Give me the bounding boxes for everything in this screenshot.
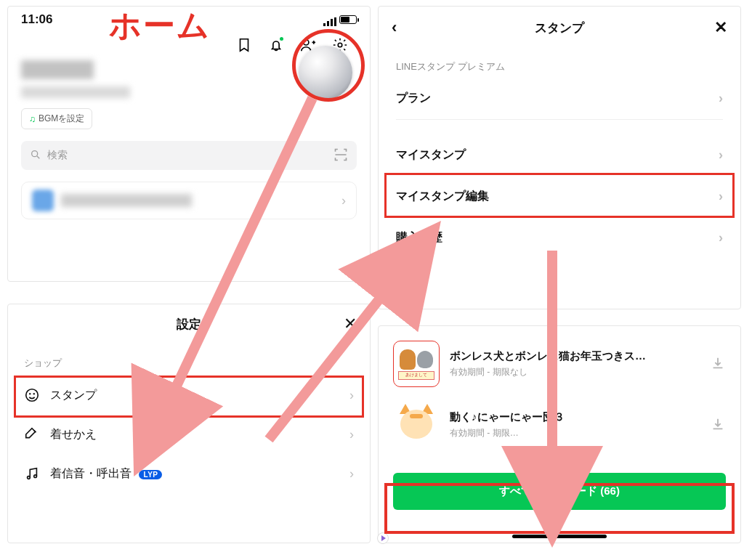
- settings-row-stamp[interactable]: スタンプ ›: [8, 376, 370, 415]
- row-plan-label: プラン: [396, 91, 431, 106]
- sticker-title: スタンプ: [535, 20, 584, 36]
- sticker-thumb-1: あけまして: [393, 341, 440, 387]
- svg-rect-3: [334, 17, 336, 26]
- sticker-settings-panel: ‹ スタンプ ✕ LINEスタンプ プレミアム プラン › マイスタンプ › マ…: [378, 6, 741, 309]
- close-icon[interactable]: ✕: [714, 18, 727, 37]
- row-my-stamps[interactable]: マイスタンプ ›: [379, 134, 740, 176]
- svg-point-6: [32, 150, 38, 156]
- qr-scan-icon[interactable]: [333, 147, 348, 164]
- svg-rect-2: [331, 19, 333, 26]
- clock-label: 11:06: [21, 12, 52, 27]
- download-all-button[interactable]: すべてダウンロード (66): [393, 473, 726, 510]
- chevron-right-icon: ›: [341, 193, 346, 208]
- download-item-2[interactable]: 動く♪にゃーにゃー団３ 有効期間 - 期限…: [379, 394, 740, 455]
- search-icon: [30, 149, 41, 163]
- settings-panel: 設定 ✕ ショップ スタンプ › 着せかえ ›: [7, 304, 371, 543]
- row-my-stamps-label: マイスタンプ: [396, 147, 466, 163]
- download-icon[interactable]: [710, 355, 726, 373]
- bell-icon[interactable]: [268, 37, 284, 53]
- close-icon[interactable]: ✕: [344, 315, 357, 333]
- download-panel: あけまして ボンレス犬とボンレス猫お年玉つきス… 有効期間 - 期限なし 動く♪…: [378, 325, 741, 543]
- chevron-right-icon: ›: [719, 91, 723, 106]
- chevron-right-icon: ›: [349, 466, 354, 482]
- chevron-right-icon: ›: [719, 189, 723, 204]
- smiley-icon: [24, 387, 40, 403]
- download-item-1[interactable]: あけまして ボンレス犬とボンレス猫お年玉つきス… 有効期間 - 期限なし: [379, 333, 740, 394]
- bgm-chip[interactable]: ♫ BGMを設定: [21, 108, 92, 129]
- settings-row-ringtone[interactable]: 着信音・呼出音 LYP ›: [8, 454, 370, 493]
- download-all-label: すべてダウンロード (66): [499, 484, 620, 497]
- status-icons: [323, 15, 357, 24]
- profile-status-redacted: [21, 86, 130, 98]
- settings-row-theme[interactable]: 着せかえ ›: [8, 415, 370, 454]
- download-item-2-subtitle: 有効期間 - 期限…: [450, 427, 700, 439]
- sticker-header: ‹ スタンプ ✕: [379, 7, 740, 49]
- rec-thumb-redacted: [32, 190, 54, 211]
- svg-point-7: [26, 389, 39, 402]
- svg-rect-0: [323, 23, 326, 26]
- chevron-right-icon: ›: [349, 427, 354, 442]
- row-edit-my-stamps[interactable]: マイスタンプ編集 ›: [379, 176, 740, 217]
- svg-point-10: [28, 476, 31, 479]
- chevron-right-icon: ›: [349, 388, 354, 403]
- settings-row-theme-label: 着せかえ: [50, 427, 97, 442]
- sticker-thumb-2: [393, 402, 440, 448]
- annotation-home-label: ホーム: [109, 4, 211, 47]
- svg-point-9: [33, 394, 34, 394]
- settings-title: 設定: [177, 316, 201, 333]
- search-input[interactable]: 検索: [21, 141, 357, 170]
- svg-rect-1: [327, 21, 329, 26]
- chevron-right-icon: ›: [719, 147, 723, 163]
- back-icon[interactable]: ‹: [392, 18, 397, 37]
- settings-header: 設定 ✕: [8, 304, 370, 344]
- premium-section-label: LINEスタンプ プレミアム: [379, 49, 740, 78]
- settings-row-ringtone-label: 着信音・呼出音: [50, 467, 132, 479]
- search-placeholder: 検索: [47, 149, 68, 162]
- bgm-label: BGMを設定: [39, 113, 84, 125]
- download-icon[interactable]: [710, 416, 726, 434]
- settings-row-stamp-label: スタンプ: [50, 388, 97, 403]
- music-icon: [24, 466, 40, 482]
- home-indicator: [512, 535, 607, 538]
- lyp-badge: LYP: [139, 470, 162, 479]
- profile-name-redacted: [21, 60, 94, 79]
- row-purchase-history-label: 購入履歴: [396, 230, 442, 245]
- svg-point-11: [34, 475, 37, 478]
- row-plan[interactable]: プラン ›: [379, 78, 740, 119]
- download-item-1-subtitle: 有効期間 - 期限なし: [450, 366, 700, 378]
- row-edit-my-stamps-label: マイスタンプ編集: [396, 189, 489, 204]
- svg-point-8: [30, 394, 31, 394]
- download-item-2-title: 動く♪にゃーにゃー団３: [450, 410, 700, 424]
- music-note-icon: ♫: [29, 114, 36, 124]
- paint-icon: [24, 426, 40, 442]
- annotation-circle: [292, 29, 365, 102]
- rec-text-redacted: [61, 194, 192, 207]
- section-label-shop: ショップ: [8, 344, 370, 376]
- row-purchase-history[interactable]: 購入履歴 ›: [379, 217, 740, 259]
- chevron-right-icon: ›: [719, 230, 723, 245]
- battery-icon: [339, 15, 357, 24]
- recommendation-row[interactable]: ›: [21, 182, 357, 219]
- download-item-1-title: ボンレス犬とボンレス猫お年玉つきス…: [450, 349, 700, 363]
- cellular-signal-icon: [323, 15, 336, 24]
- bookmark-icon[interactable]: [236, 37, 252, 53]
